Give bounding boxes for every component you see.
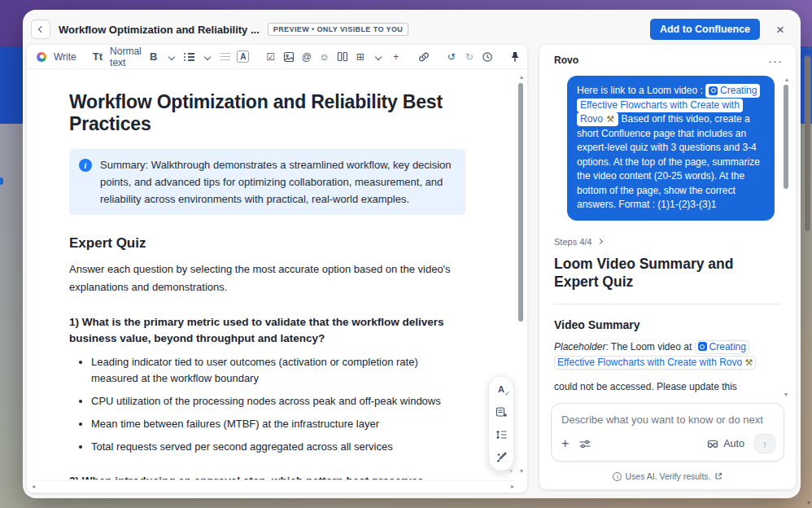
list-dropdown[interactable] [202, 50, 213, 64]
scroll-down-icon[interactable]: ▾ [807, 499, 810, 506]
chevron-down-icon [203, 53, 210, 59]
external-link-icon[interactable] [714, 472, 723, 480]
video-summary-note: could not be accessed. Please update thi… [554, 379, 778, 401]
page-add-button[interactable] [494, 405, 509, 418]
preferences-button[interactable] [578, 439, 592, 449]
editor-scroll-up-icon[interactable]: ▴ [520, 73, 523, 81]
redo-button[interactable]: ↻ [464, 50, 475, 64]
rovo-scroll-down-icon[interactable]: ▾ [784, 391, 788, 398]
rovo-title: Rovo [554, 55, 578, 66]
link-button[interactable] [418, 50, 430, 64]
rovo-scrollbar-thumb[interactable] [784, 85, 788, 189]
history-clock-icon [482, 51, 493, 63]
rovo-conversation[interactable]: Here is link to a Loom video : Creating … [539, 71, 796, 400]
rovo-write-icon [37, 52, 46, 62]
chat-input[interactable] [561, 414, 774, 426]
auto-goggles-icon [706, 440, 719, 449]
layout-button[interactable] [337, 50, 348, 64]
alignment-button[interactable] [220, 50, 231, 64]
close-icon[interactable]: × [776, 23, 784, 37]
insert-dropdown[interactable] [373, 50, 384, 64]
ai-assist-toolbar: A ✓ [488, 375, 514, 471]
background-accent-dot [0, 177, 3, 185]
editor-scroll-down-icon[interactable]: ▾ [509, 467, 513, 475]
chevron-left-icon [38, 26, 45, 33]
scroll-right-icon[interactable]: ▸ [511, 483, 514, 490]
rovo-scroll-up-icon[interactable]: ▴ [785, 76, 788, 83]
table-button[interactable]: ⊞ [355, 50, 366, 64]
task-list-button[interactable]: ☑ [265, 50, 277, 64]
scroll-left-icon[interactable]: ◂ [32, 483, 35, 490]
format-brush-button[interactable] [494, 451, 509, 464]
text-color-button[interactable]: A [238, 50, 249, 64]
video-summary-heading: Video Summary [554, 318, 781, 331]
browser-scrollbar[interactable]: ▴ ▾ [802, 37, 812, 508]
steps-pager[interactable]: Steps 4/4 [554, 237, 781, 247]
disclaimer-text: Uses AI. Verify results. [625, 471, 710, 481]
write-mode-button[interactable]: Write [37, 51, 76, 63]
spellcheck-button[interactable]: A ✓ [494, 383, 509, 396]
document-content[interactable]: Workflow Optimization and Reliability Be… [27, 70, 513, 480]
steps-label: Steps 4/4 [554, 237, 592, 247]
document-title: Workflow Optimization and Reliability Be… [69, 91, 465, 135]
composer-actions: + Auto ↑ [561, 434, 775, 453]
question-1: 1) What is the primary metric used to va… [69, 314, 465, 347]
pin-icon [510, 51, 520, 63]
insert-more-button[interactable]: + [391, 50, 402, 64]
send-button[interactable]: ↑ [754, 434, 775, 453]
text-format-dropdown[interactable] [166, 50, 177, 64]
insert-image-button[interactable] [283, 50, 295, 64]
result-title: Loom Video Summary and Expert Quiz [554, 255, 781, 291]
page-add-icon [495, 406, 508, 418]
mention-button[interactable]: @ [301, 50, 312, 64]
columns-icon [337, 51, 348, 62]
check-icon: ✓ [504, 390, 510, 397]
list-item: Total requests served per second aggrega… [91, 439, 465, 455]
editor-scrollbar-thumb[interactable] [518, 83, 523, 322]
pin-toolbar-button[interactable] [509, 50, 521, 64]
auto-mode-button[interactable]: Auto [706, 438, 744, 449]
chevron-right-icon[interactable] [597, 239, 603, 244]
hammer-wrench-icon: ⚒ [605, 114, 615, 124]
message-suffix: Based onf this video, create a short Con… [577, 113, 760, 210]
undo-button[interactable]: ↺ [446, 50, 457, 64]
editor-scroll-down-icon[interactable]: ▾ [520, 467, 523, 475]
page-title: Workflow Optimization and Reliability ..… [59, 24, 260, 36]
desktop-background: { "colors": { "accent_blue": "#1868db", … [0, 0, 812, 508]
bold-button[interactable]: B [148, 50, 159, 64]
add-to-confluence-button[interactable]: Add to Confluence [650, 19, 760, 40]
bullet-list-button[interactable] [184, 50, 195, 64]
placeholder-label: Placeholder [554, 341, 605, 353]
text-color-icon: A [237, 50, 249, 63]
question-1-options: Leading indicator tied to user outcomes … [69, 354, 465, 455]
browser-scrollbar-thumb[interactable] [805, 56, 810, 231]
list-item: CPU utilization of the processing nodes … [91, 393, 465, 409]
chevron-down-icon [374, 53, 381, 59]
hammer-wrench-icon: ⚒ [745, 357, 753, 367]
text-style-dropdown[interactable]: Tt Normal text [93, 46, 142, 68]
summary-text: Summary: Walkthrough demonstrates a stre… [100, 156, 452, 208]
list-item: Leading indicator tied to user outcomes … [91, 354, 465, 387]
back-button[interactable] [31, 20, 50, 39]
editor-horizontal-scrollbar[interactable]: ◂ ▸ [32, 480, 514, 490]
line-spacing-button[interactable] [494, 428, 509, 441]
info-panel: i Summary: Walkthrough demonstrates a st… [69, 149, 465, 215]
user-message-bubble: Here is link to a Loom video : Creating … [567, 76, 775, 221]
write-label: Write [54, 51, 76, 63]
loom-icon [698, 342, 707, 351]
version-history-button[interactable] [482, 50, 493, 64]
rovo-header: Rovo ··· [539, 45, 796, 71]
line-spacing-icon [495, 429, 508, 440]
emoji-button[interactable]: ☺ [319, 50, 330, 64]
editor-toolbar: Write Tt Normal text B A ☑ @ ☺ [27, 45, 527, 69]
sliders-icon [578, 439, 592, 449]
scroll-up-icon[interactable]: ▴ [807, 43, 810, 50]
preview-badge: PREVIEW • ONLY VISIBLE TO YOU [268, 23, 408, 36]
more-menu-icon[interactable]: ··· [768, 57, 783, 64]
quiz-heading: Expert Quiz [69, 235, 465, 252]
loom-icon [709, 86, 718, 95]
attach-plus-button[interactable]: + [561, 437, 569, 450]
spellcheck-icon: A [498, 384, 504, 394]
list-item: Mean time between failures (MTBF) at the… [91, 416, 465, 432]
modal-header: Workflow Optimization and Reliability ..… [23, 10, 801, 46]
